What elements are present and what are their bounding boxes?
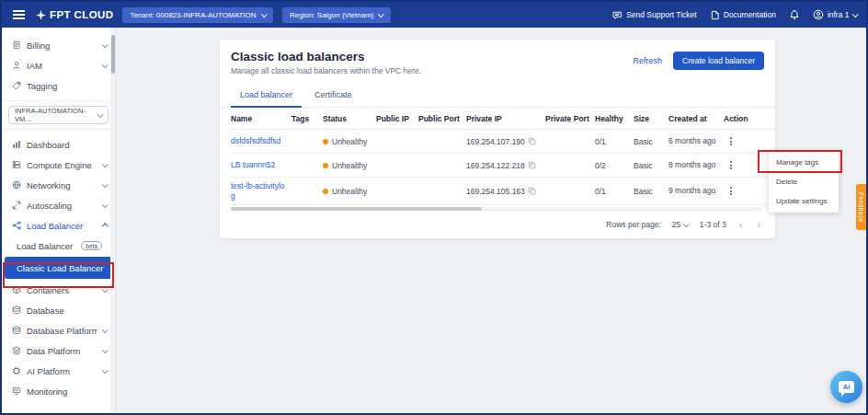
tagging-icon	[11, 81, 21, 90]
sidebar-item-label: Containers	[27, 285, 97, 295]
row-actions-button[interactable]	[724, 184, 738, 198]
monitoring-icon	[11, 386, 21, 396]
tab-certificate[interactable]: Certificate	[305, 85, 361, 107]
header-actions: Refresh Create load balancer	[634, 52, 764, 70]
sidebar-item-data-platform[interactable]: Data Platform	[2, 340, 115, 361]
region-label: Region: Saigon (Vietnam)	[290, 11, 373, 19]
cell-created-at: 9 months ago	[668, 182, 724, 200]
topbar: FPT CLOUD Tenant: 000823-INFRA-AUTOMATIO…	[2, 2, 866, 28]
load-balancers-card: Classic load balancers Manage all classi…	[220, 40, 775, 238]
sidebar-item-tagging[interactable]: Tagging	[2, 75, 115, 96]
sidebar-item-classic-load-balancer[interactable]: Classic Load Balancer	[5, 257, 112, 279]
sidebar-item-billing[interactable]: Billing	[2, 35, 115, 55]
region-selector[interactable]: Region: Saigon (Vietnam)	[282, 7, 391, 23]
copy-icon[interactable]	[528, 161, 536, 169]
vpc-selector[interactable]: INFRA-AUTOMATION-VM...	[8, 106, 108, 124]
column-header-created-at: Created at	[668, 114, 724, 123]
pagination-next-button[interactable]: ›	[755, 219, 762, 230]
cell-size: Basic	[634, 137, 668, 146]
chevron-down-icon	[102, 347, 108, 352]
chevron-down-icon	[102, 202, 108, 207]
sidebar-item-monitoring[interactable]: Monitoring	[2, 381, 115, 401]
sidebar-item-networking[interactable]: Networking	[2, 175, 115, 195]
sidebar-item-load-balancer[interactable]: Load Balancer	[2, 215, 115, 236]
status-dot-icon	[323, 163, 328, 168]
lb-name-link[interactable]: LB tuannn52	[231, 156, 280, 174]
sidebar-item-label: Data Platform	[27, 346, 97, 356]
autoscaling-icon	[11, 201, 21, 210]
user-name: infra 1	[828, 10, 850, 19]
sidebar-item-database-platform[interactable]: Database Platform	[2, 320, 115, 340]
refresh-button[interactable]: Refresh	[634, 56, 663, 65]
cell-status: Unhealthy	[323, 161, 376, 170]
chevron-down-icon	[102, 327, 108, 332]
sidebar-item-compute-engine[interactable]: Compute Engine	[2, 155, 115, 175]
send-support-ticket-link[interactable]: Send Support Ticket	[612, 10, 697, 20]
row-actions-button[interactable]	[724, 158, 738, 172]
status-text: Unhealthy	[332, 187, 367, 196]
tenant-label: Tenant: 000823-INFRA-AUTOMATION	[130, 11, 256, 19]
lb-name-link[interactable]: test-lb-activitylog	[231, 178, 291, 204]
private-ip-text: 169.254.105.163	[466, 187, 525, 196]
chevron-down-icon	[102, 181, 108, 187]
table-horizontal-scrollbar[interactable]	[231, 207, 764, 211]
sidebar-item-label: Classic Load Balancer	[17, 263, 104, 273]
sidebar-item-label: Database Platform	[27, 326, 97, 336]
containers-icon	[11, 285, 21, 294]
sidebar-item-autoscaling[interactable]: Autoscaling	[2, 195, 115, 215]
tab-load-balancer[interactable]: Load balancer	[231, 85, 302, 108]
lb-name-link[interactable]: dsfdsfsdfsdfsd	[231, 133, 286, 150]
rows-per-page-select[interactable]: 25	[672, 220, 689, 229]
status-dot-icon	[323, 189, 328, 194]
cell-healthy: 0/1	[595, 187, 634, 196]
load-balancer-table: Name Tags Status Public IP Public Port P…	[220, 108, 775, 205]
status-text: Unhealthy	[332, 137, 367, 146]
documentation-icon	[710, 10, 720, 20]
menu-item-delete[interactable]: Delete	[769, 172, 839, 191]
fpt-logo-icon	[36, 10, 46, 20]
hamburger-icon[interactable]	[11, 8, 27, 21]
database-icon	[11, 305, 21, 315]
copy-icon[interactable]	[528, 137, 536, 145]
tenant-selector[interactable]: Tenant: 000823-INFRA-AUTOMATION	[122, 7, 273, 23]
sidebar-item-dashboard[interactable]: Dashboard	[2, 134, 115, 155]
sidebar-item-database[interactable]: Database	[2, 300, 115, 320]
chevron-down-icon	[97, 111, 103, 117]
sidebar-item-label: Database	[27, 305, 107, 316]
sidebar-scrollbar-thumb[interactable]	[111, 35, 115, 74]
main-content: Classic load balancers Manage all classi…	[116, 28, 866, 413]
table-row: LB tuannn52 Unhealthy 169.254.122.218 0/…	[231, 154, 775, 178]
user-avatar-icon	[813, 9, 824, 20]
sidebar-item-label: Monitoring	[27, 386, 107, 397]
cell-healthy: 0/1	[595, 137, 634, 146]
create-load-balancer-button[interactable]: Create load balancer	[673, 52, 764, 70]
chevron-up-icon	[102, 224, 108, 229]
ai-assistant-button[interactable]: AI	[830, 371, 862, 403]
column-header-public-port: Public Port	[418, 114, 466, 123]
notifications-button[interactable]	[789, 9, 800, 20]
sidebar-item-ai-platform[interactable]: AI Platform	[2, 361, 115, 381]
menu-item-manage-tags[interactable]: Manage tags	[769, 153, 839, 172]
ai-assistant-icon: AI	[839, 381, 854, 393]
cell-healthy: 0/2	[595, 161, 634, 170]
column-header-public-ip: Public IP	[376, 114, 418, 123]
sidebar-item-containers[interactable]: Containers	[2, 280, 115, 300]
dashboard-icon	[11, 140, 21, 149]
documentation-link[interactable]: Documentation	[710, 10, 776, 20]
user-menu[interactable]: infra 1	[813, 9, 857, 20]
sidebar-item-load-balancer-beta[interactable]: Load Balancer beta	[2, 236, 115, 256]
pagination-prev-button[interactable]: ‹	[737, 219, 745, 230]
column-header-private-ip: Private IP	[466, 114, 545, 123]
copy-icon[interactable]	[528, 187, 536, 195]
chevron-down-icon	[379, 11, 384, 17]
menu-item-update-settings[interactable]: Update settings	[769, 191, 839, 211]
sidebar-item-iam[interactable]: IAM	[2, 55, 115, 75]
row-actions-button[interactable]	[724, 134, 738, 148]
rows-per-page-value: 25	[672, 220, 680, 229]
table-horizontal-scrollbar-thumb[interactable]	[231, 207, 482, 211]
sidebar-scrollbar[interactable]	[110, 28, 115, 413]
status-dot-icon	[323, 139, 328, 144]
table-row: dsfdsfsdfsdfsd Unhealthy 169.254.107.190…	[231, 130, 775, 154]
feedback-tab[interactable]: Feedback	[856, 184, 866, 230]
row-context-menu: Manage tags Delete Update settings	[769, 151, 839, 213]
